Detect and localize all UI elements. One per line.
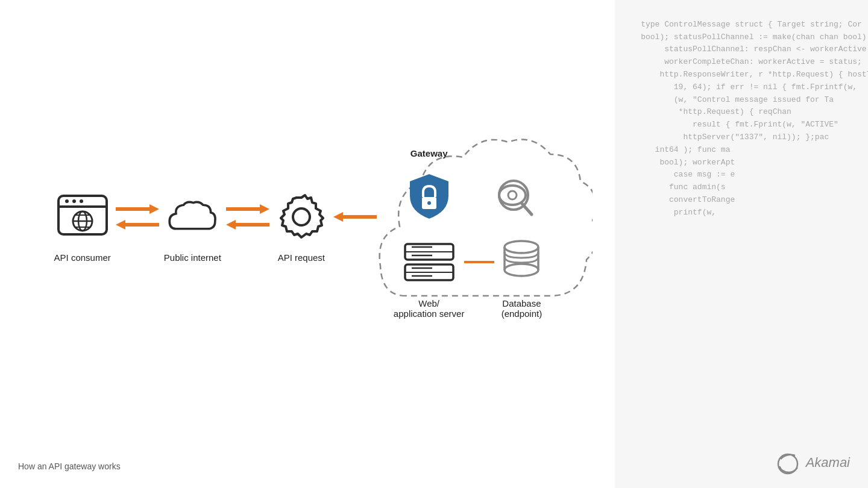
caption: How an API gateway works <box>18 461 121 471</box>
api-request-label: API request <box>278 252 325 263</box>
svg-point-14 <box>293 208 310 225</box>
database-node: Database (endpoint) <box>494 236 549 319</box>
server-db-connector <box>464 261 494 263</box>
public-internet-label: Public internet <box>164 252 221 263</box>
api-consumer-node: API consumer <box>54 190 111 263</box>
svg-point-3 <box>72 199 76 203</box>
cloud-region: Gateway <box>382 133 561 319</box>
api-request-node: API request <box>274 190 329 263</box>
svg-point-33 <box>505 264 538 276</box>
arrow-3 <box>329 211 382 223</box>
code-background: type ControlMessage struct { Target stri… <box>615 0 868 488</box>
svg-point-17 <box>427 201 431 205</box>
gateway-node: Gateway <box>402 148 456 224</box>
svg-marker-12 <box>226 204 269 214</box>
svg-point-18 <box>499 186 526 205</box>
cloud-top-row: Gateway <box>402 142 541 224</box>
api-request-icon <box>274 190 329 244</box>
web-server-label: Web/ application server <box>394 298 465 319</box>
gateway-icon <box>402 169 456 224</box>
svg-point-4 <box>80 199 83 203</box>
arrow-1 <box>111 203 164 231</box>
svg-point-30 <box>505 241 538 253</box>
database-label: Database (endpoint) <box>502 298 542 319</box>
svg-point-2 <box>65 199 69 203</box>
akamai-icon <box>776 451 802 475</box>
api-consumer-label: API consumer <box>54 252 111 263</box>
svg-point-19 <box>508 191 517 199</box>
cloud-bottom-row: Web/ application server <box>394 236 549 319</box>
api-consumer-icon <box>55 190 110 244</box>
svg-marker-13 <box>226 220 269 230</box>
public-internet-node: Public internet <box>164 190 221 263</box>
monitor-icon <box>486 169 541 224</box>
diagram-flow: API consumer Public internet <box>54 133 561 319</box>
akamai-text: Akamai <box>806 455 850 471</box>
svg-marker-10 <box>116 204 159 214</box>
database-icon <box>494 236 549 290</box>
gateway-label: Gateway <box>410 148 448 158</box>
akamai-logo: Akamai <box>776 451 850 475</box>
web-server-icon <box>402 236 456 290</box>
monitor-icon-node <box>486 169 541 224</box>
arrow-2 <box>221 203 274 231</box>
cloud-inner: Gateway <box>382 133 561 319</box>
main-diagram: API consumer Public internet <box>0 0 615 488</box>
svg-marker-15 <box>333 212 377 222</box>
svg-marker-11 <box>116 220 159 230</box>
public-internet-icon <box>165 190 219 244</box>
web-server-node: Web/ application server <box>394 236 465 319</box>
